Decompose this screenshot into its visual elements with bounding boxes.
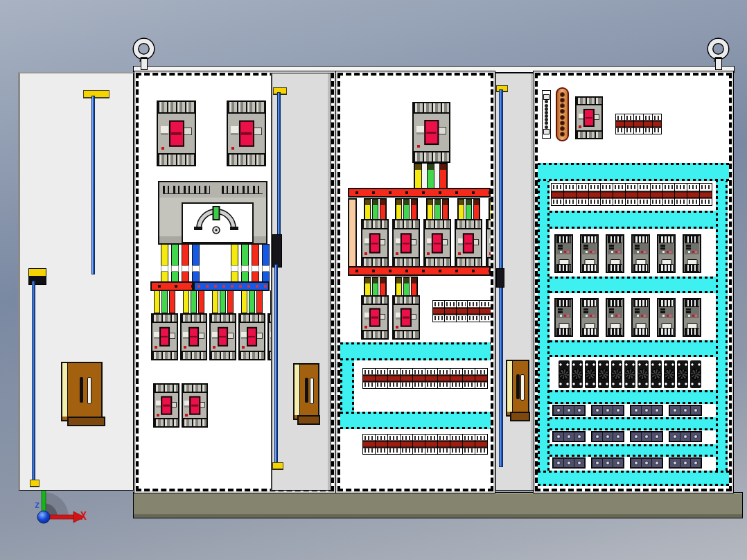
phase-conductor (427, 199, 433, 220)
terminal-module (592, 406, 602, 414)
terminal-module (603, 406, 613, 414)
breaker-rating-label (184, 128, 193, 135)
cad-viewport[interactable]: Y X Z (0, 0, 747, 560)
terminal-module (592, 459, 602, 467)
breaker-test-dot (458, 252, 461, 255)
breaker-top-terminals (394, 220, 419, 229)
motor-protection-starter (657, 298, 676, 337)
phase-conductor (241, 290, 247, 313)
breaker-toggle (218, 327, 229, 347)
control-breaker (575, 96, 603, 139)
door-locking-rod (277, 92, 281, 236)
breaker-top-terminals (487, 220, 493, 229)
breaker-bottom-terminals (158, 153, 195, 165)
terminal-module (691, 432, 701, 441)
breaker-toggle (401, 233, 412, 253)
phase-conductor (161, 290, 168, 313)
round-relay-socket (598, 360, 609, 388)
mounting-plate (337, 73, 493, 491)
wiring-duct (340, 360, 354, 416)
lifting-eye-bolt (134, 39, 155, 71)
breaker-test-dot (185, 414, 188, 417)
wiring-duct (550, 340, 716, 357)
ats-switch-graphic (182, 202, 254, 243)
relay-row (559, 360, 701, 388)
breaker-bottom-terminals (183, 418, 206, 426)
terminal-row (362, 434, 487, 455)
round-relay-socket (572, 360, 583, 388)
main-phase-wires (414, 163, 448, 191)
phase-conductor (262, 244, 270, 282)
breaker-bottom-terminals (240, 351, 264, 359)
phase-conductor (403, 277, 410, 296)
terminal-dot (545, 107, 548, 111)
main-breaker (412, 102, 450, 163)
phase-conductor (458, 199, 464, 220)
terminal-module (680, 432, 690, 441)
terminal-module (574, 406, 584, 414)
wiring-duct (550, 417, 716, 430)
molded-case-circuit-breaker (182, 383, 208, 428)
feeder-wires (212, 290, 234, 313)
terminal-module (613, 406, 623, 414)
phase-conductor (161, 244, 168, 282)
molded-case-circuit-breaker (412, 102, 450, 163)
terminal-block (362, 368, 376, 389)
phase-conductor (220, 290, 226, 313)
terminal-module (574, 459, 584, 467)
phase-conductor (231, 244, 238, 282)
rod-lock-mechanism (496, 268, 504, 288)
terminal-block (699, 183, 712, 206)
round-relay-socket (677, 360, 688, 388)
terminal-block (456, 300, 468, 322)
breaker-test-dot (364, 252, 367, 255)
x-axis-label: X (80, 511, 87, 522)
terminal-module (642, 459, 651, 467)
motor-protection-starter (631, 234, 650, 273)
terminal-block (437, 434, 450, 455)
wiring-duct (716, 181, 728, 471)
door-locking-rod (274, 264, 278, 464)
phase-conductor (192, 244, 200, 282)
terminal-block (444, 300, 457, 322)
terminal-module (554, 459, 563, 467)
molded-case-circuit-breaker (180, 313, 207, 360)
phase-conductor (241, 244, 249, 282)
molded-case-circuit-breaker (392, 295, 420, 340)
busbar-hole (560, 132, 565, 137)
breaker-toggle (369, 308, 380, 327)
rod-guide (83, 90, 109, 98)
breaker-label (416, 126, 424, 132)
ats-drop-bars-right (231, 244, 270, 282)
terminal-block (687, 183, 700, 206)
breaker-toggle (463, 233, 474, 253)
terminal-strip-group (552, 457, 586, 469)
breaker-top-terminals (362, 220, 387, 229)
phase-conductor (169, 290, 175, 313)
breaker-test-dot (417, 145, 420, 148)
automatic-transfer-switch (158, 181, 267, 245)
breaker-bottom-terminals (425, 257, 450, 266)
terminal-block (638, 183, 651, 206)
terminal-block (362, 434, 376, 455)
motor-protection-starter (606, 234, 624, 273)
breaker-toggle (583, 109, 595, 127)
terminal-block (400, 368, 413, 389)
terminal-module (613, 432, 623, 441)
phase-conductor (473, 199, 480, 220)
entry-terminal-strip (542, 90, 551, 139)
door-locking-rod (91, 96, 95, 274)
phase-conductor (411, 277, 417, 296)
breaker-test-dot (157, 414, 159, 417)
phase-conductor (249, 290, 255, 313)
molded-case-circuit-breaker (455, 219, 482, 268)
copper-ground-bar (556, 87, 569, 141)
breaker-bottom-terminals (155, 418, 178, 426)
motor-protection-starter (580, 234, 599, 273)
rod-lock-mechanism (272, 234, 282, 268)
phase-conductor (256, 290, 263, 313)
red-busbar (150, 281, 193, 291)
terminal-block (652, 114, 662, 134)
terminal-module (603, 432, 613, 441)
terminal-group (432, 300, 491, 322)
